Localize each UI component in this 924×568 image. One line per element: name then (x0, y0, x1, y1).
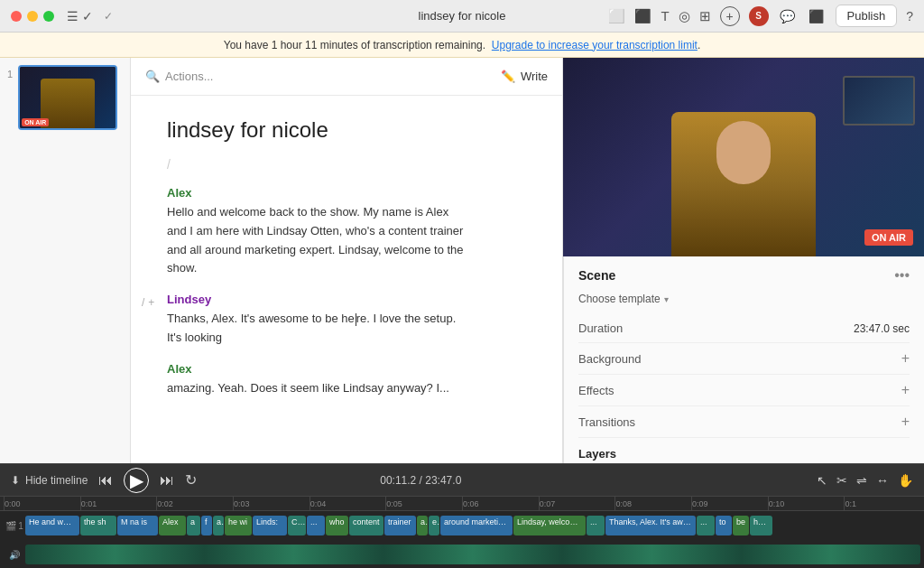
select-tool-icon[interactable]: ↖ (817, 473, 827, 488)
clip-6[interactable]: f (201, 516, 212, 535)
clip-3[interactable]: M na is (117, 516, 158, 535)
audio-waveform[interactable] (25, 545, 920, 564)
help-icon[interactable]: ? (906, 9, 913, 23)
background-label: Background (578, 352, 641, 366)
preview-area: ON AIR (563, 58, 924, 256)
slash-icon: / (142, 296, 144, 309)
choose-template[interactable]: Choose template ▾ (578, 293, 910, 305)
titlebar: ☰ ✓ lindsey for nicole ✓ ⬜ ⬛ T ◎ ⊞ + S 💬… (0, 0, 924, 33)
hide-timeline-button[interactable]: ⬇ Hide timeline (11, 474, 88, 487)
clip-17[interactable]: around marketing e (440, 516, 513, 535)
clip-22[interactable]: to (716, 516, 732, 535)
ripple-tool-icon[interactable]: ⇌ (856, 473, 867, 488)
write-button[interactable]: ✏️ Write (501, 70, 548, 83)
play-button[interactable]: ▶ (124, 468, 149, 493)
ruler-1: 0:01 (80, 497, 157, 510)
audio-track-label: 🔊 (4, 550, 25, 560)
minimize-button[interactable] (27, 11, 38, 22)
effects-row[interactable]: Effects + (578, 375, 910, 406)
slide-thumbnail[interactable]: ON AIR (18, 65, 117, 130)
scene-title: Scene (578, 268, 615, 283)
clip-23[interactable]: be (733, 516, 749, 535)
preview-video: ON AIR (563, 58, 924, 256)
fullscreen-button[interactable] (43, 11, 54, 22)
effects-label: Effects (578, 384, 614, 397)
clip-10[interactable]: C... (288, 516, 306, 535)
clip-1[interactable]: He and welco (25, 516, 79, 535)
clip-7[interactable]: a (213, 516, 224, 535)
upgrade-link[interactable]: Upgrade to increase your transcription l… (492, 39, 698, 51)
clip-16[interactable]: e (429, 516, 439, 535)
clip-2[interactable]: the sh (80, 516, 116, 535)
plus-icon[interactable]: + (148, 296, 154, 309)
hand-tool-icon[interactable]: ✋ (898, 473, 913, 488)
shape-icon[interactable]: ◎ (679, 8, 690, 24)
slide-panel: 1 ON AIR (0, 58, 131, 463)
clip-24[interactable]: here. (750, 516, 772, 535)
actions-search[interactable]: 🔍 Actions... (145, 70, 213, 83)
script-text-alex-1[interactable]: Hello and welcome back to the show. My n… (167, 203, 465, 278)
script-text-alex-2[interactable]: amazing. Yeah. Does it seem like Lindsay… (167, 379, 465, 398)
clip-21[interactable]: ... (697, 516, 715, 535)
duration-value: 23:47.0 sec (854, 322, 910, 335)
script-text-lindsey-1[interactable]: Thanks, Alex. It's awesome to be here. I… (167, 310, 465, 348)
clip-5[interactable]: a (187, 516, 200, 535)
clip-15[interactable]: a (417, 516, 428, 535)
clip-9[interactable]: Linds: (253, 516, 287, 535)
razor-tool-icon[interactable]: ✂ (836, 473, 847, 488)
skip-forward-button[interactable]: ⏭ (160, 472, 174, 489)
thumb-bg: ON AIR (20, 67, 116, 128)
ruler-11: 0:1 (844, 497, 920, 510)
transitions-add-icon[interactable]: + (901, 414, 910, 430)
segment-alex-1: Alex Hello and welcome back to the show.… (167, 186, 526, 278)
ruler-10: 0:10 (768, 497, 845, 510)
background-row[interactable]: Background + (578, 343, 910, 375)
chevron-down-icon: ▾ (664, 294, 669, 304)
more-options-icon[interactable]: ••• (894, 267, 910, 284)
clip-14[interactable]: trainer (384, 516, 416, 535)
layers-section: Layers 📝 Script (578, 447, 910, 463)
track-num: 1 (18, 521, 23, 531)
ruler-2: 0:02 (156, 497, 233, 510)
clip-8[interactable]: he wi (225, 516, 252, 535)
slide-thumbnail-area: 1 ON AIR (0, 58, 130, 137)
loop-button[interactable]: ↻ (185, 471, 197, 489)
write-label: Write (521, 70, 548, 83)
segment-alex-2: Alex amazing. Yeah. Does it seem like Li… (167, 362, 526, 398)
camera-icon[interactable]: ⬛ (634, 8, 651, 24)
timeline-tools: ↖ ✂ ⇌ ↔ ✋ (817, 473, 913, 488)
scene-header: Scene ••• (578, 267, 910, 284)
clip-4[interactable]: Alex (159, 516, 186, 535)
timeline-ruler: 0:00 0:01 0:02 0:03 0:04 0:05 0:06 0:07 … (0, 497, 924, 511)
timeline-controls: ⬇ Hide timeline ⏮ ▶ ⏭ ↻ 00:11.2 / 23:47.… (0, 464, 924, 497)
transitions-row[interactable]: Transitions + (578, 406, 910, 438)
clip-11[interactable]: ... (307, 516, 325, 535)
timeline-tracks: 🎬 1 He and welco the sh M na is Alex a f… (0, 511, 924, 568)
skip-back-button[interactable]: ⏮ (98, 472, 113, 489)
add-button[interactable]: + (720, 6, 740, 26)
move-tool-icon[interactable]: ↔ (876, 473, 889, 488)
clip-20[interactable]: Thanks, Alex. It's awesome (605, 516, 696, 535)
publish-button[interactable]: Publish (836, 5, 898, 27)
preview-monitor-screen (845, 78, 913, 124)
ruler-5: 0:05 (385, 497, 462, 510)
clip-12[interactable]: who (326, 516, 348, 535)
layers-title: Layers (578, 447, 910, 461)
notification-bar: You have 1 hour 11 minutes of transcript… (0, 33, 924, 58)
transitions-label: Transitions (578, 415, 635, 429)
text-icon[interactable]: T (661, 8, 669, 23)
avatar[interactable]: S (749, 6, 769, 26)
comments-icon[interactable]: 💬 (778, 6, 798, 26)
ruler-7: 0:07 (539, 497, 615, 510)
close-button[interactable] (11, 11, 22, 22)
effects-add-icon[interactable]: + (901, 382, 910, 398)
record-icon[interactable]: ⬜ (608, 8, 625, 24)
clip-19[interactable]: ... (587, 516, 605, 535)
layout-icon[interactable]: ⬛ (807, 6, 827, 26)
clip-13[interactable]: content (349, 516, 383, 535)
background-add-icon[interactable]: + (901, 350, 910, 367)
clip-18[interactable]: Lindsay, welcome t: (513, 516, 586, 535)
track-icon: 🎬 (5, 521, 16, 531)
grid-icon[interactable]: ⊞ (699, 8, 711, 24)
track-clips[interactable]: He and welco the sh M na is Alex a f a h… (25, 516, 920, 535)
